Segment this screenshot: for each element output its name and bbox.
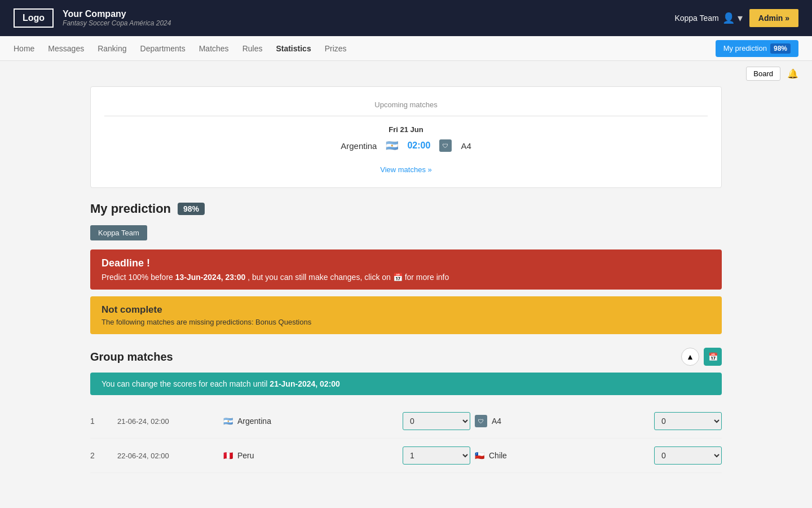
score-select-team1-1[interactable]: 0 1 2 3	[403, 412, 470, 430]
match-datetime-1: 21-06-24, 02:00	[117, 417, 219, 426]
user-info: Koppa Team 👤 ▾	[674, 12, 742, 24]
my-prediction-nav-label: My prediction	[723, 44, 767, 52]
nav-links: Home Messages Ranking Departments Matche…	[14, 42, 347, 55]
upcoming-matches-card: Upcoming matches Fri 21 Jun Argentina 🇦🇷…	[90, 86, 722, 188]
nav-prizes[interactable]: Prizes	[325, 42, 347, 55]
toolbar: Board 🔔	[0, 61, 812, 86]
info-banner: You can change the scores for each match…	[90, 373, 722, 395]
upcoming-match-row: Argentina 🇦🇷 02:00 🛡 A4	[104, 139, 708, 152]
match-team2-1: 🛡 A4	[475, 415, 650, 427]
prediction-pct-badge: 98%	[178, 203, 205, 215]
deadline-text: Predict 100% before 13-Jun-2024, 23:00 ,…	[102, 273, 710, 282]
my-prediction-nav-pct: 98%	[770, 43, 791, 54]
logo: Logo	[14, 8, 54, 28]
nav-statistics[interactable]: Statistics	[276, 42, 311, 55]
table-row: 2 22-06-24, 02:00 🇵🇪 Peru 0 1 2 3 🇨🇱 Chi…	[90, 439, 722, 473]
not-complete-text: The following matches are missing predic…	[102, 318, 710, 326]
argentina-flag-icon: 🇦🇷	[223, 417, 233, 426]
upcoming-team2: A4	[461, 141, 471, 151]
header: Logo Your Company Fantasy Soccer Copa Am…	[0, 0, 812, 36]
group-matches-title: Group matches	[90, 351, 173, 364]
match-num-1: 1	[90, 417, 113, 426]
scroll-up-button[interactable]: ▲	[681, 348, 699, 366]
match-list: 1 21-06-24, 02:00 🇦🇷 Argentina 0 1 2 3 🛡…	[90, 404, 722, 473]
bell-icon[interactable]: 🔔	[787, 68, 798, 79]
team-a4-shield-icon: 🛡	[475, 415, 487, 427]
upcoming-divider	[104, 116, 708, 116]
deadline-suffix: , but you can still make changes, click …	[245, 273, 449, 282]
chile-flag-icon: 🇨🇱	[475, 451, 484, 460]
main-content: Upcoming matches Fri 21 Jun Argentina 🇦🇷…	[0, 86, 812, 473]
deadline-date: 13-Jun-2024, 23:00	[175, 273, 246, 282]
calendar-button[interactable]: 📅	[704, 348, 722, 366]
deadline-banner: Deadline ! Predict 100% before 13-Jun-20…	[90, 249, 722, 290]
match-team1-name-1: Argentina	[237, 417, 271, 426]
info-date: 21-Jun-2024, 02:00	[270, 379, 340, 388]
header-right: Koppa Team 👤 ▾ Admin »	[674, 9, 798, 27]
match-team2-name-1: A4	[492, 417, 501, 426]
my-prediction-nav-button[interactable]: My prediction 98%	[716, 40, 798, 57]
team-tag: Koppa Team	[90, 225, 147, 240]
nav-ranking[interactable]: Ranking	[98, 42, 126, 55]
match-team1-2: 🇵🇪 Peru	[223, 451, 398, 460]
score-select-team1-2[interactable]: 0 1 2 3	[403, 446, 470, 465]
group-matches-section: Group matches ▲ 📅 You can change the sco…	[90, 348, 722, 473]
upcoming-title: Upcoming matches	[104, 100, 708, 109]
group-matches-header: Group matches ▲ 📅	[90, 348, 722, 366]
navigation: Home Messages Ranking Departments Matche…	[0, 36, 812, 61]
admin-button[interactable]: Admin »	[749, 9, 798, 27]
argentina-flag-icon: 🇦🇷	[386, 139, 398, 152]
match-team2-2: 🇨🇱 Chile	[475, 451, 650, 460]
prediction-title-row: My prediction 98%	[90, 202, 722, 216]
score-select-team2-2[interactable]: 0 1 2 3	[654, 446, 722, 465]
group-icons: ▲ 📅	[681, 348, 722, 366]
user-name: Koppa Team	[674, 14, 718, 23]
nav-messages[interactable]: Messages	[48, 42, 84, 55]
header-left: Logo Your Company Fantasy Soccer Copa Am…	[14, 8, 171, 28]
company-info: Your Company Fantasy Soccer Copa América…	[63, 9, 171, 27]
match-num-2: 2	[90, 451, 113, 460]
nav-departments[interactable]: Departments	[140, 42, 186, 55]
upcoming-match-time: 02:00	[407, 141, 430, 151]
info-text: You can change the scores for each match…	[102, 379, 270, 388]
not-complete-title: Not complete	[102, 304, 710, 316]
user-avatar-icon[interactable]: 👤 ▾	[722, 12, 743, 24]
score-select-team2-1[interactable]: 0 1 2 3	[654, 412, 722, 430]
match-team1-1: 🇦🇷 Argentina	[223, 417, 398, 426]
company-subtitle: Fantasy Soccer Copa América 2024	[63, 19, 171, 27]
match-datetime-2: 22-06-24, 02:00	[117, 452, 219, 460]
match-team1-name-2: Peru	[237, 451, 254, 460]
nav-matches[interactable]: Matches	[199, 42, 229, 55]
view-matches-link[interactable]: View matches »	[380, 165, 432, 174]
match-team2-name-2: Chile	[489, 451, 507, 460]
upcoming-team1: Argentina	[341, 141, 377, 151]
peru-flag-icon: 🇵🇪	[223, 451, 233, 460]
deadline-prefix: Predict 100% before	[102, 273, 175, 282]
not-complete-banner: Not complete The following matches are m…	[90, 296, 722, 334]
my-prediction-section: My prediction 98% Koppa Team Deadline ! …	[90, 202, 722, 334]
company-name: Your Company	[63, 9, 171, 19]
prediction-heading: My prediction	[90, 202, 171, 216]
nav-rules[interactable]: Rules	[242, 42, 263, 55]
deadline-title: Deadline !	[102, 257, 710, 269]
board-button[interactable]: Board	[746, 67, 780, 81]
table-row: 1 21-06-24, 02:00 🇦🇷 Argentina 0 1 2 3 🛡…	[90, 404, 722, 439]
upcoming-match-date: Fri 21 Jun	[104, 125, 708, 134]
team2-shield-icon: 🛡	[439, 139, 452, 152]
nav-home[interactable]: Home	[14, 42, 34, 55]
